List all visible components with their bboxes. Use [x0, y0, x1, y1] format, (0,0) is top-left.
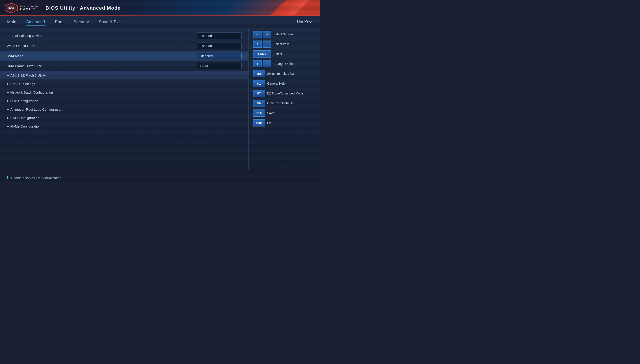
hotkey-select-item: ↑ ↓ Select Item — [253, 40, 315, 48]
nav-tabs: Main Advanced Boot Security Save & Exit — [7, 18, 297, 26]
info-text: Enable/disable CPU Virtualization — [11, 176, 61, 180]
submenu-sata-config[interactable]: ▶ SATA Configuration — [0, 114, 248, 122]
hotkey-f1-btn[interactable]: F1 — [253, 80, 265, 87]
header: ROG REPUBLIC OF GAMERS BIOS Utility · Ad… — [0, 0, 320, 16]
logo-text: REPUBLIC OF GAMERS — [20, 5, 39, 11]
hotkey-f10-btn[interactable]: F10 — [253, 110, 265, 117]
setting-value-wake-on-lid[interactable]: Enabled — [197, 42, 242, 49]
header-decoration — [253, 0, 320, 16]
hotkeys-panel: ← → Select Screen ↑ ↓ Select Item Enter … — [248, 28, 320, 170]
setting-value-svm-mode[interactable]: Disabled — [197, 52, 242, 59]
setting-label-uma-frame-buffer: UMA Frame Buffer Size — [7, 64, 197, 68]
submenu-arrow-animation-post-logo: ▶ — [7, 108, 9, 111]
hotkey-desc-change-option: Change Option — [273, 62, 294, 66]
submenu-network-stack[interactable]: ▶ Network Stack Configuration — [0, 88, 248, 96]
setting-internal-pointing-device[interactable]: Internal Pointing Device Enabled — [0, 31, 248, 41]
hotkey-pair-select-item: ↑ ↓ — [253, 40, 271, 48]
submenu-label-asus-ez-flash: ASUS EZ Flash 3 Utility — [10, 74, 46, 77]
hotkey-tab: Tab Switch to hokey list — [253, 70, 315, 77]
hotkey-f7: F7 EZ Mode/Advanced Mode — [253, 90, 315, 97]
setting-label-wake-on-lid: Wake On Lid Open — [7, 44, 197, 48]
hotkey-f7-btn[interactable]: F7 — [253, 90, 265, 97]
submenu-arrow-network-stack: ▶ — [7, 91, 9, 94]
submenu-arrow-usb-config: ▶ — [7, 99, 9, 102]
setting-label-internal-pointing-device: Internal Pointing Device — [7, 34, 197, 38]
hotkey-desc-f7: EZ Mode/Advanced Mode — [267, 92, 303, 95]
setting-value-internal-pointing-device[interactable]: Enabled — [197, 32, 242, 39]
tab-security[interactable]: Security — [73, 18, 89, 26]
submenu-label-usb-config: USB Configuration — [10, 99, 38, 103]
hotkey-enter: Enter Select — [253, 50, 315, 58]
hotkey-f1: F1 General Help — [253, 80, 315, 87]
logo-gamers: GAMERS — [20, 8, 39, 11]
info-icon: ℹ — [7, 175, 9, 180]
hot-keys-label: Hot Keys — [297, 20, 313, 24]
setting-wake-on-lid[interactable]: Wake On Lid Open Enabled — [0, 41, 248, 51]
hotkey-change-option: + − Change Option — [253, 60, 315, 68]
submenu-arrow-sata-config: ▶ — [7, 116, 9, 120]
settings-panel: Internal Pointing Device Enabled Wake On… — [0, 28, 248, 170]
hotkey-f10: F10 Save — [253, 110, 315, 117]
submenu-nvme-config[interactable]: ▶ NVMe Configuration — [0, 122, 248, 130]
hotkey-pair-select-screen: ← → — [253, 31, 271, 38]
tab-boot[interactable]: Boot — [55, 18, 64, 26]
tab-advanced[interactable]: Advanced — [26, 18, 46, 26]
tab-save-exit[interactable]: Save & Exit — [98, 18, 121, 26]
submenu-label-nvme-config: NVMe Configuration — [10, 124, 41, 128]
logo-area: ROG REPUBLIC OF GAMERS — [5, 3, 39, 14]
submenu-smart-settings[interactable]: ▶ SMART Settings — [0, 80, 248, 88]
setting-svm-mode[interactable]: SVM Mode Disabled — [0, 51, 248, 61]
main-content: Internal Pointing Device Enabled Wake On… — [0, 28, 320, 170]
hotkey-desc-f9: Optimized Defaults — [267, 102, 293, 105]
submenu-usb-config[interactable]: ▶ USB Configuration — [0, 96, 248, 105]
hotkey-f9: F9 Optimized Defaults — [253, 100, 315, 107]
hotkey-desc-select-screen: Select Screen — [273, 32, 293, 36]
hotkey-desc-f1: General Help — [267, 82, 286, 85]
hotkey-tab-btn[interactable]: Tab — [253, 70, 265, 77]
hotkey-up-arrow[interactable]: ↑ — [253, 40, 262, 48]
submenu-arrow-nvme-config: ▶ — [7, 125, 9, 128]
hotkey-desc-esc: Exit — [267, 121, 272, 125]
hotkey-esc-btn[interactable]: ESC — [253, 119, 265, 126]
submenu-label-animation-post-logo: Animation Post Logo Configuration. — [10, 108, 63, 111]
hotkey-right-arrow[interactable]: → — [263, 31, 271, 38]
bios-title: BIOS Utility · Advanced Mode — [46, 5, 121, 11]
hotkey-desc-enter: Select — [273, 52, 282, 56]
hotkey-desc-f10: Save — [267, 111, 274, 115]
setting-value-uma-frame-buffer[interactable]: 128M — [197, 63, 242, 69]
hotkey-select-screen: ← → Select Screen — [253, 31, 315, 38]
submenu-animation-post-logo[interactable]: ▶ Animation Post Logo Configuration. — [0, 105, 248, 114]
submenu-arrow-smart-settings: ▶ — [7, 82, 9, 86]
hotkey-esc: ESC Exit — [253, 119, 315, 126]
setting-label-svm-mode: SVM Mode — [7, 54, 197, 58]
bottom-info-bar: ℹ Enable/disable CPU Virtualization — [0, 170, 320, 182]
hotkey-minus-btn[interactable]: − — [263, 60, 271, 68]
hotkey-pair-change-option: + − — [253, 60, 271, 68]
hotkey-plus-btn[interactable]: + — [253, 60, 262, 68]
submenu-label-sata-config: SATA Configuration — [10, 116, 40, 120]
hotkey-desc-select-item: Select Item — [273, 42, 289, 46]
hotkey-f9-btn[interactable]: F9 — [253, 100, 265, 107]
hotkey-left-arrow[interactable]: ← — [253, 31, 262, 38]
hotkey-enter-btn[interactable]: Enter — [253, 50, 271, 58]
hotkey-down-arrow[interactable]: ↓ — [263, 40, 271, 48]
setting-uma-frame-buffer[interactable]: UMA Frame Buffer Size 128M — [0, 61, 248, 71]
rog-logo-icon: ROG — [5, 3, 18, 14]
nav-bar: Main Advanced Boot Security Save & Exit … — [0, 16, 320, 28]
submenu-arrow-asus-ez-flash: ▶ — [7, 74, 9, 77]
svg-text:ROG: ROG — [8, 7, 14, 10]
submenu-asus-ez-flash[interactable]: ▶ ASUS EZ Flash 3 Utility — [0, 71, 248, 80]
tab-main[interactable]: Main — [7, 18, 17, 26]
submenu-label-smart-settings: SMART Settings — [10, 82, 35, 86]
hotkey-desc-tab: Switch to hokey list — [267, 72, 294, 76]
submenu-label-network-stack: Network Stack Configuration — [10, 90, 53, 94]
